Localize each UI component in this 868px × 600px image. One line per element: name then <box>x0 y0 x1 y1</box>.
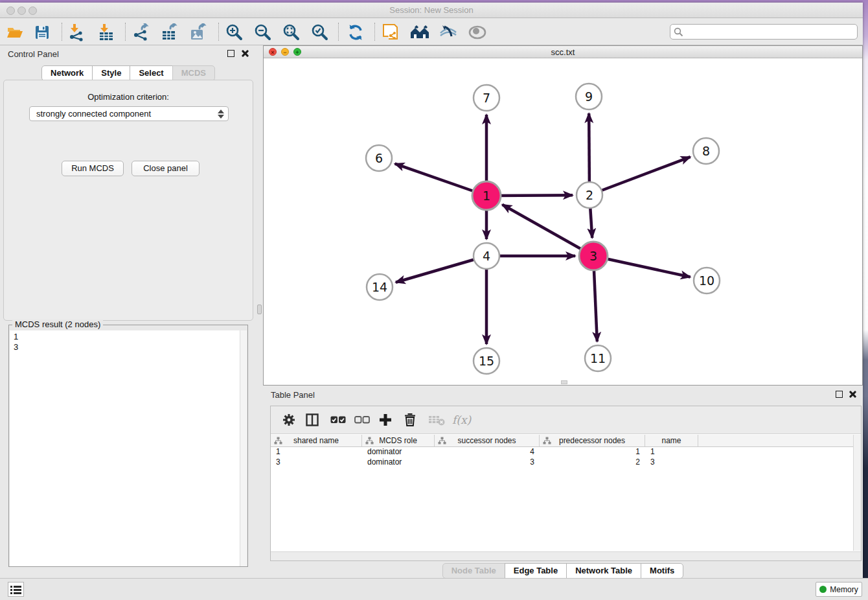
node-table-container: f(x) 13">shared name13">MCDS role13">suc… <box>270 406 862 561</box>
network-window-titlebar[interactable]: × − + scc.txt <box>264 46 862 58</box>
select-all-columns-icon[interactable] <box>330 410 346 430</box>
float-panel-icon[interactable] <box>227 50 234 57</box>
graph-node-label: 2 <box>586 188 593 202</box>
edge-2-8[interactable] <box>589 157 691 195</box>
table-vertical-scrollbar[interactable] <box>853 435 861 551</box>
function-builder-icon: f(x) <box>452 410 471 430</box>
table-cell[interactable]: 1 <box>540 447 645 457</box>
optimization-criterion-label: Optimization criterion: <box>4 92 253 102</box>
zoom-out-icon[interactable] <box>252 22 274 43</box>
refresh-layout-icon[interactable] <box>345 22 367 43</box>
unselect-all-columns-icon[interactable] <box>354 410 370 430</box>
network-graph-canvas[interactable]: 7968124314101511 <box>264 59 862 385</box>
split-panel-icon[interactable] <box>306 410 319 430</box>
table-cell[interactable]: 1 <box>271 447 362 457</box>
search-input[interactable] <box>670 24 858 40</box>
table-panel: Table Panel <box>263 386 863 578</box>
zoom-selected-icon[interactable] <box>309 22 331 43</box>
graph-node-label: 8 <box>702 144 710 158</box>
delete-column-icon[interactable] <box>404 410 417 430</box>
birds-eye-view-icon[interactable] <box>466 22 488 43</box>
export-table-icon[interactable] <box>159 22 181 43</box>
table-cell[interactable]: 1 <box>645 447 698 457</box>
export-image-icon[interactable] <box>187 22 209 43</box>
network-window-title: scc.txt <box>264 47 862 57</box>
tab-edge-table[interactable]: Edge Table <box>505 563 567 579</box>
table-cell[interactable]: dominator <box>362 447 435 457</box>
table-float-icon[interactable] <box>836 391 843 398</box>
mcds-result-text[interactable]: 1 3 <box>10 330 240 566</box>
save-session-icon[interactable] <box>31 22 53 43</box>
table-cell[interactable]: 3 <box>271 457 362 468</box>
fx-label: f(x) <box>452 413 471 426</box>
tab-node-table[interactable]: Node Table <box>442 563 505 579</box>
panel-splitter[interactable] <box>257 45 263 578</box>
session-title: Session: New Session <box>0 5 863 15</box>
edge-4-14[interactable] <box>396 256 486 283</box>
table-cell[interactable]: 4 <box>435 447 540 457</box>
column-header-predecessor-nodes[interactable]: 13">predecessor nodes <box>540 435 645 446</box>
column-header-shared-name[interactable]: 13">shared name <box>271 435 362 446</box>
run-mcds-button[interactable]: Run MCDS <box>62 161 124 176</box>
import-table-icon[interactable] <box>95 22 117 43</box>
table-row[interactable]: 3dominator323 <box>271 457 854 468</box>
graph-node-label: 11 <box>590 351 606 365</box>
network-resize-handle[interactable] <box>561 380 567 384</box>
tab-style[interactable]: Style <box>92 65 130 81</box>
open-file-icon[interactable] <box>4 22 26 43</box>
table-toolbar: f(x) <box>271 406 861 434</box>
memory-status-icon <box>819 586 827 593</box>
zoom-fit-icon[interactable] <box>280 22 303 43</box>
close-panel-button[interactable]: Close panel <box>131 161 200 176</box>
delete-table-icon <box>428 410 445 430</box>
search-field[interactable] <box>686 25 854 38</box>
select-stepper-icon <box>218 109 224 119</box>
memory-button[interactable]: Memory <box>816 582 862 597</box>
criterion-select[interactable]: strongly connected component <box>29 106 229 121</box>
column-header-name[interactable]: name <box>645 435 698 446</box>
control-panel-tabs: NetworkStyleSelectMCDS <box>0 65 257 81</box>
table-cell[interactable]: 3 <box>645 457 698 468</box>
control-panel: Control Panel NetworkStyleSelectMCDS Opt… <box>0 45 257 578</box>
table-row[interactable]: 1dominator411 <box>271 447 854 457</box>
export-network-icon[interactable] <box>130 22 152 43</box>
table-close-icon[interactable] <box>848 390 856 398</box>
table-horizontal-scrollbar[interactable] <box>271 551 861 560</box>
tree-icon: 13"> <box>543 437 551 445</box>
hide-details-icon[interactable] <box>437 22 459 43</box>
import-network-icon[interactable] <box>65 22 87 43</box>
table-column-headers: 13">shared name13">MCDS role13">successo… <box>271 435 854 447</box>
graph-node-label: 14 <box>372 280 387 294</box>
control-panel-header: Control Panel <box>0 45 257 63</box>
graph-node-label: 1 <box>483 189 490 203</box>
tab-mcds[interactable]: MCDS <box>172 65 215 81</box>
close-panel-icon[interactable] <box>240 49 249 58</box>
tree-icon: 13"> <box>274 437 282 445</box>
splitter-handle[interactable] <box>257 305 262 314</box>
edge-3-1[interactable] <box>502 205 593 256</box>
graph-node-label: 15 <box>479 354 494 368</box>
graph-node-label: 10 <box>699 273 714 288</box>
table-cell[interactable]: dominator <box>362 457 435 468</box>
table-cell[interactable]: 2 <box>540 457 645 468</box>
clone-network-icon[interactable] <box>380 22 402 43</box>
tab-select[interactable]: Select <box>130 65 172 81</box>
tab-motifs[interactable]: Motifs <box>641 563 683 579</box>
mcds-result-title: MCDS result (2 nodes) <box>12 319 103 329</box>
task-history-button[interactable] <box>8 582 24 597</box>
column-header-MCDS-role[interactable]: 13">MCDS role <box>362 435 435 446</box>
add-column-icon[interactable] <box>378 410 393 430</box>
mcds-result-group: MCDS result (2 nodes) 1 3 <box>8 325 248 567</box>
tab-network[interactable]: Network <box>41 65 93 81</box>
zoom-in-icon[interactable] <box>223 22 246 43</box>
column-header-filler <box>698 435 854 446</box>
column-header-successor-nodes[interactable]: 13">successor nodes <box>435 435 540 446</box>
tab-network-table[interactable]: Network Table <box>566 563 641 579</box>
graph-node-label: 6 <box>375 151 383 165</box>
table-panel-title: Table Panel <box>271 390 315 400</box>
status-bar: Memory <box>0 578 868 600</box>
show-all-networks-icon[interactable] <box>409 22 431 43</box>
result-scrollbar[interactable] <box>240 330 247 566</box>
gear-icon[interactable] <box>282 410 295 430</box>
table-cell[interactable]: 3 <box>435 457 540 468</box>
